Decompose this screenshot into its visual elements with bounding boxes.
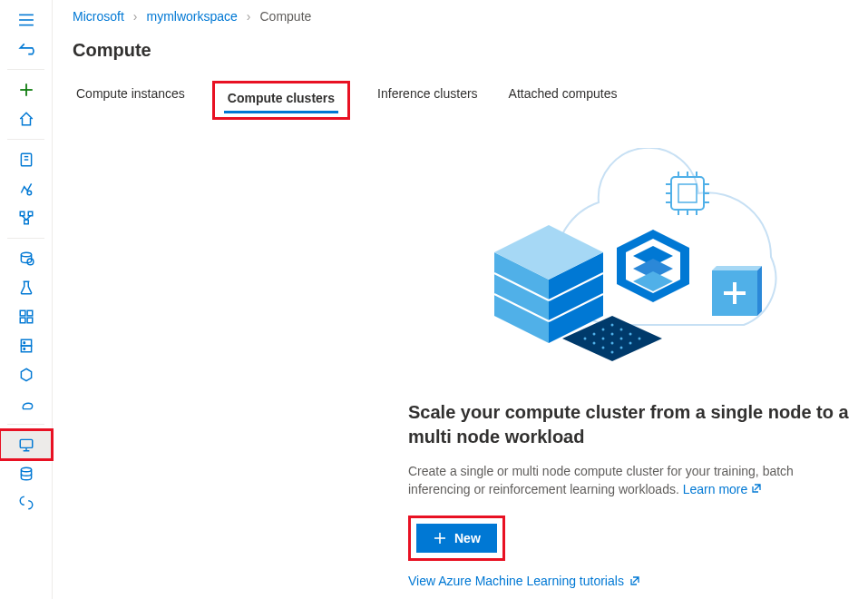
svg-point-67 (629, 342, 632, 345)
environments-icon[interactable] (0, 389, 52, 418)
svg-point-66 (611, 342, 614, 345)
svg-rect-11 (24, 220, 28, 224)
svg-point-62 (602, 338, 605, 340)
pipelines-icon[interactable] (0, 302, 52, 331)
highlight-compute-clusters: Compute clusters (212, 81, 350, 120)
tab-compute-instances[interactable]: Compute instances (73, 81, 189, 120)
svg-point-68 (602, 347, 605, 349)
svg-rect-24 (20, 439, 33, 447)
add-icon[interactable] (0, 75, 52, 104)
sidebar (0, 0, 53, 599)
breadcrumb-current: Compute (260, 9, 312, 24)
svg-rect-9 (20, 211, 24, 216)
back-icon[interactable] (0, 34, 52, 64)
breadcrumb: Microsoft › mymlworkspace › Compute (73, 9, 852, 24)
svg-point-60 (629, 333, 632, 336)
notebooks-icon[interactable] (0, 145, 52, 174)
chevron-right-icon: › (247, 9, 251, 24)
cluster-illustration (408, 148, 798, 384)
svg-point-65 (593, 342, 596, 345)
svg-point-61 (584, 338, 587, 340)
svg-rect-16 (20, 310, 25, 316)
experiments-icon[interactable] (0, 273, 52, 302)
tab-compute-clusters[interactable]: Compute clusters (224, 85, 338, 113)
compute-icon[interactable] (0, 430, 52, 459)
home-icon[interactable] (0, 104, 52, 133)
svg-rect-19 (27, 318, 33, 323)
svg-marker-73 (757, 266, 762, 316)
highlight-new-button: New (408, 516, 505, 561)
automl-icon[interactable] (0, 174, 52, 203)
svg-point-70 (611, 351, 614, 354)
empty-state: Scale your compute cluster from a single… (408, 148, 852, 588)
new-button[interactable]: New (416, 524, 497, 553)
linked-services-icon[interactable] (0, 488, 52, 517)
endpoints-icon[interactable] (0, 360, 52, 389)
svg-rect-10 (28, 211, 33, 216)
svg-point-27 (21, 467, 31, 472)
main-content: Microsoft › mymlworkspace › Compute Comp… (53, 0, 868, 599)
svg-rect-17 (27, 310, 33, 316)
svg-point-57 (620, 329, 623, 331)
empty-state-description: Create a single or multi node compute cl… (408, 462, 852, 499)
datastores-icon[interactable] (0, 459, 52, 488)
new-button-label: New (454, 531, 481, 545)
tutorials-link[interactable]: View Azure Machine Learning tutorials (408, 574, 640, 588)
svg-point-59 (611, 333, 614, 336)
svg-rect-21 (21, 346, 31, 352)
menu-icon[interactable] (0, 5, 52, 34)
svg-point-64 (639, 338, 641, 340)
learn-more-link[interactable]: Learn more (683, 482, 762, 496)
divider (7, 139, 44, 140)
divider (7, 69, 44, 70)
svg-point-22 (23, 342, 24, 344)
svg-point-69 (620, 347, 623, 349)
divider (7, 238, 44, 239)
svg-point-56 (602, 329, 605, 331)
tab-attached-computes[interactable]: Attached computes (505, 81, 621, 120)
svg-point-14 (21, 252, 31, 257)
divider (7, 424, 44, 425)
designer-icon[interactable] (0, 203, 52, 232)
external-link-icon (751, 483, 762, 494)
breadcrumb-link[interactable]: Microsoft (73, 9, 124, 24)
models-icon[interactable] (0, 331, 52, 360)
datasets-icon[interactable] (0, 244, 52, 273)
svg-point-23 (23, 349, 24, 350)
empty-state-title: Scale your compute cluster from a single… (408, 400, 852, 449)
external-link-icon (629, 575, 640, 586)
svg-point-58 (593, 333, 596, 336)
svg-point-8 (27, 191, 32, 195)
plus-icon (433, 531, 447, 545)
page-title: Compute (73, 40, 852, 61)
svg-rect-29 (678, 184, 697, 202)
tabs: Compute instances Compute clusters Infer… (73, 81, 852, 121)
svg-rect-20 (21, 339, 31, 346)
svg-point-63 (620, 338, 623, 340)
svg-marker-72 (712, 266, 762, 270)
svg-point-55 (611, 324, 614, 327)
tab-inference-clusters[interactable]: Inference clusters (374, 81, 482, 120)
breadcrumb-link[interactable]: mymlworkspace (146, 9, 237, 24)
svg-rect-18 (20, 318, 25, 323)
chevron-right-icon: › (133, 9, 138, 24)
